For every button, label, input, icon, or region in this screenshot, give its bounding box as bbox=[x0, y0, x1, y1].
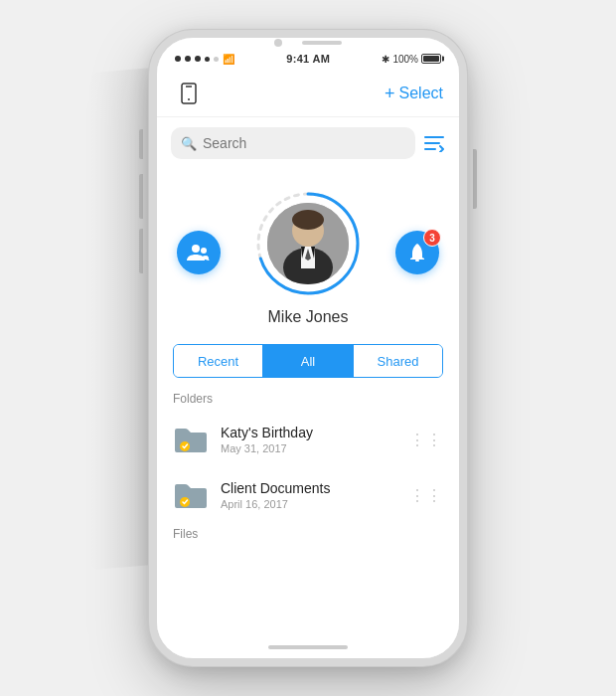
file-info-1: Katy's Birthday May 31, 2017 bbox=[221, 425, 397, 454]
mute-button bbox=[139, 129, 143, 159]
home-bar bbox=[268, 645, 348, 649]
status-time: 9:41 AM bbox=[286, 53, 330, 65]
app-header: + Select bbox=[157, 70, 459, 117]
search-input-wrap[interactable]: 🔍 bbox=[171, 127, 415, 159]
profile-avatar-container[interactable] bbox=[253, 189, 363, 298]
plus-icon: + bbox=[385, 85, 395, 102]
front-camera bbox=[274, 39, 282, 47]
search-area: 🔍 bbox=[157, 117, 459, 169]
svg-point-7 bbox=[201, 248, 207, 254]
signal-dot-3 bbox=[195, 56, 201, 62]
status-left: 📶 bbox=[175, 54, 234, 65]
notification-button[interactable]: 3 bbox=[395, 231, 439, 274]
phone-notch bbox=[157, 38, 459, 48]
file-list: Folders Katy's Birthday May 31, 2017 bbox=[157, 378, 459, 636]
folder-icon-wrap-1 bbox=[173, 422, 209, 457]
search-icon: 🔍 bbox=[181, 136, 197, 151]
folder-icon bbox=[173, 425, 209, 454]
tablet-icon bbox=[177, 82, 201, 105]
list-item[interactable]: Katy's Birthday May 31, 2017 ⋮⋮ bbox=[157, 412, 459, 467]
svg-rect-18 bbox=[415, 260, 419, 261]
phone-frame: 📶 9:41 AM ✱ 100% bbox=[149, 30, 467, 666]
earpiece-speaker bbox=[302, 41, 342, 45]
signal-dot-4 bbox=[205, 57, 210, 62]
bell-icon bbox=[406, 242, 428, 263]
tab-shared[interactable]: Shared bbox=[354, 345, 442, 377]
groups-button[interactable] bbox=[177, 231, 221, 274]
drag-handle-1[interactable]: ⋮⋮ bbox=[409, 431, 443, 449]
file-info-2: Client Documents April 16, 2017 bbox=[221, 480, 397, 510]
profile-section: 3 Mike Jones bbox=[157, 169, 459, 336]
select-label: Select bbox=[399, 85, 443, 102]
wifi-icon: 📶 bbox=[223, 54, 234, 65]
status-right: ✱ 100% bbox=[382, 54, 441, 65]
device-icon-button[interactable] bbox=[173, 78, 205, 109]
file-name-2: Client Documents bbox=[221, 480, 397, 496]
sort-icon bbox=[423, 134, 445, 152]
home-indicator bbox=[157, 636, 459, 658]
svg-point-6 bbox=[192, 245, 200, 253]
app-content: + Select 🔍 bbox=[157, 70, 459, 636]
file-date-2: April 16, 2017 bbox=[221, 498, 397, 510]
phone-body: 📶 9:41 AM ✱ 100% bbox=[149, 30, 467, 666]
signal-dot-1 bbox=[175, 56, 181, 62]
battery-icon bbox=[421, 54, 441, 64]
tab-all[interactable]: All bbox=[264, 345, 353, 377]
files-section-label: Files bbox=[157, 523, 459, 547]
groups-icon bbox=[187, 243, 211, 262]
folder-icon bbox=[173, 480, 209, 510]
progress-ring bbox=[253, 189, 363, 298]
signal-dot-2 bbox=[185, 56, 191, 62]
folders-section-label: Folders bbox=[157, 388, 459, 412]
profile-name: Mike Jones bbox=[268, 308, 349, 326]
volume-up-button bbox=[139, 174, 143, 219]
volume-down-button bbox=[139, 229, 143, 273]
svg-point-1 bbox=[188, 98, 190, 100]
notification-badge: 3 bbox=[423, 229, 441, 247]
folder-icon-wrap-2 bbox=[173, 477, 209, 513]
file-name-1: Katy's Birthday bbox=[221, 425, 397, 440]
power-button bbox=[473, 149, 477, 209]
battery-fill bbox=[423, 56, 439, 62]
select-button[interactable]: + Select bbox=[385, 85, 443, 102]
list-item[interactable]: Client Documents April 16, 2017 ⋮⋮ bbox=[157, 467, 459, 523]
signal-dot-5 bbox=[214, 57, 219, 62]
bluetooth-icon: ✱ bbox=[382, 54, 389, 65]
file-date-1: May 31, 2017 bbox=[221, 442, 397, 454]
battery-percent: 100% bbox=[392, 54, 418, 65]
tabs-bar: Recent All Shared bbox=[173, 344, 443, 378]
drag-handle-2[interactable]: ⋮⋮ bbox=[409, 486, 443, 505]
status-bar: 📶 9:41 AM ✱ 100% bbox=[157, 48, 459, 70]
search-input[interactable] bbox=[203, 135, 405, 151]
sort-button[interactable] bbox=[423, 134, 445, 152]
tab-recent[interactable]: Recent bbox=[174, 345, 262, 377]
